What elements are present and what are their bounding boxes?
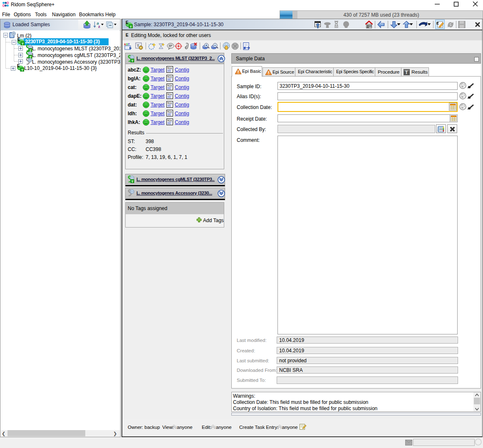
svg-text:TCA: TCA [167,76,172,78]
svg-text:T: T [22,42,24,46]
svg-text:T: T [130,25,132,29]
svg-text:AGT: AGT [124,43,130,46]
svg-text:TCA: TCA [167,93,172,96]
svg-text:TCA: TCA [167,84,172,87]
svg-text:TCA: TCA [167,119,172,122]
svg-text:T: T [131,180,134,183]
svg-text:E: E [17,64,20,68]
svg-text:TCA: TCA [167,67,172,69]
svg-text:TCA: TCA [167,102,172,104]
svg-text:T: T [131,59,134,63]
svg-text:T: T [21,68,23,72]
svg-text:T: T [405,70,408,75]
svg-text:E: E [436,21,439,25]
svg-text:E: E [17,38,20,42]
svg-text:E: E [126,21,129,25]
svg-text:TCA: TCA [167,111,172,113]
